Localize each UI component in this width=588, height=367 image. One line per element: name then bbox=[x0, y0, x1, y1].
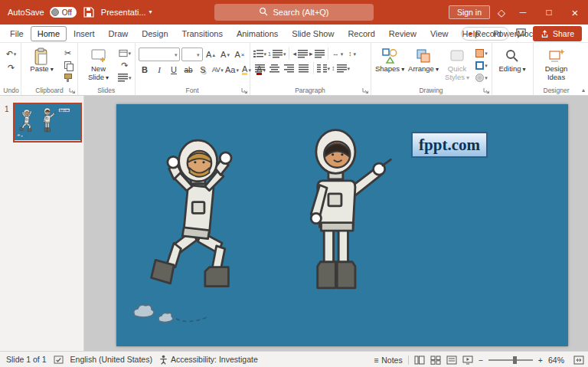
clear-formatting-button[interactable]: A× bbox=[234, 48, 247, 61]
font-group-label: Font bbox=[136, 87, 250, 94]
copy-button[interactable] bbox=[61, 60, 74, 70]
bold-button[interactable]: B bbox=[139, 64, 152, 76]
layout-button[interactable]: ▾ bbox=[118, 48, 132, 58]
search-box[interactable]: Search (Alt+Q) bbox=[214, 4, 374, 21]
menu-tab-transitions[interactable]: Transitions bbox=[175, 26, 230, 41]
minimize-button[interactable]: ─ bbox=[510, 0, 536, 25]
menu-tab-view[interactable]: View bbox=[423, 26, 456, 41]
decrease-indent-button[interactable]: ◂ bbox=[292, 48, 308, 60]
design-ideas-button[interactable]: Design Ideas bbox=[537, 45, 577, 84]
strikethrough-button[interactable]: ab bbox=[182, 64, 195, 76]
zoom-slider-thumb[interactable] bbox=[513, 356, 517, 364]
dust-clouds-image[interactable] bbox=[17, 133, 31, 137]
shape-fill-button[interactable]: ▾ bbox=[475, 48, 488, 58]
menu-tab-home[interactable]: Home bbox=[31, 26, 67, 41]
section-button[interactable]: ▾ bbox=[118, 73, 132, 84]
menu-tab-record[interactable]: Record bbox=[341, 26, 381, 41]
paste-button[interactable]: Paste▾ bbox=[24, 45, 59, 84]
astronaut-pointing-image[interactable] bbox=[286, 124, 395, 314]
shapes-button[interactable]: Shapes▾ bbox=[374, 45, 406, 84]
menu-tab-design[interactable]: Design bbox=[135, 26, 175, 41]
menu-tab-draw[interactable]: Draw bbox=[102, 26, 136, 41]
redo-button[interactable]: ↷ bbox=[5, 61, 18, 74]
search-placeholder: Search (Alt+Q) bbox=[273, 8, 328, 17]
text-shadow-button[interactable]: S bbox=[197, 64, 210, 76]
autosave-toggle[interactable]: Off bbox=[50, 7, 77, 18]
align-right-button[interactable] bbox=[283, 62, 296, 74]
shrink-font-button[interactable]: A▾ bbox=[219, 48, 232, 61]
character-spacing-button[interactable]: AV▾ bbox=[211, 64, 224, 76]
align-center-button[interactable] bbox=[268, 62, 281, 74]
cut-button[interactable]: ✂ bbox=[61, 48, 74, 58]
clipboard-dialog-launcher[interactable] bbox=[69, 87, 76, 93]
new-slide-button[interactable]: New Slide▾ bbox=[81, 45, 116, 84]
sign-in-button[interactable]: Sign in bbox=[449, 5, 490, 19]
zoom-in-button[interactable]: + bbox=[538, 356, 543, 365]
menu-bar: FileHomeInsertDrawDesignTransitionsAnima… bbox=[0, 25, 588, 43]
menu-tab-insert[interactable]: Insert bbox=[67, 26, 102, 41]
astronaut-pointing-image[interactable] bbox=[40, 107, 56, 136]
justify-button[interactable] bbox=[297, 62, 310, 74]
menu-tab-review[interactable]: Review bbox=[382, 26, 423, 41]
menu-tab-slide-show[interactable]: Slide Show bbox=[285, 26, 341, 41]
zoom-out-button[interactable]: − bbox=[479, 356, 483, 365]
shape-outline-button[interactable]: ▾ bbox=[475, 60, 488, 70]
fit-slide-button[interactable] bbox=[573, 356, 584, 365]
premium-diamond-icon[interactable]: ◇ bbox=[498, 7, 505, 18]
view-reading-button[interactable] bbox=[446, 356, 457, 365]
change-case-button[interactable]: Aa▾ bbox=[226, 64, 239, 76]
editing-icon bbox=[503, 47, 521, 65]
language-status[interactable]: English (United States) bbox=[70, 355, 152, 364]
astronaut-running-image[interactable] bbox=[19, 108, 36, 136]
font-dialog-launcher[interactable] bbox=[241, 87, 248, 93]
grow-font-button[interactable]: A▴ bbox=[204, 48, 217, 61]
close-button[interactable]: × bbox=[562, 0, 588, 25]
view-normal-button[interactable] bbox=[414, 356, 425, 365]
undo-button[interactable]: ↶▾ bbox=[5, 48, 18, 60]
arrange-button[interactable]: Arrange▾ bbox=[408, 45, 439, 84]
view-slideshow-button[interactable] bbox=[462, 356, 473, 365]
reset-button[interactable]: ↷ bbox=[118, 60, 132, 70]
text-direction-button[interactable]: ↔▾ bbox=[332, 48, 345, 60]
comments-icon[interactable] bbox=[515, 28, 527, 40]
fppt-logo[interactable]: fppt.com bbox=[58, 108, 70, 112]
drawing-dialog-launcher[interactable] bbox=[483, 87, 490, 93]
slide-1-surface[interactable]: fppt.com bbox=[116, 104, 568, 346]
notes-button[interactable]: ≡ Notes bbox=[374, 356, 403, 365]
zoom-slider[interactable] bbox=[488, 359, 533, 361]
menu-tab-file[interactable]: File bbox=[3, 26, 31, 41]
fppt-logo[interactable]: fppt.com bbox=[411, 132, 488, 158]
spell-check-icon[interactable] bbox=[54, 356, 64, 364]
line-spacing-button[interactable]: ↕▾ bbox=[332, 62, 350, 74]
record-button[interactable]: ● Record bbox=[461, 27, 509, 41]
quick-styles-button[interactable]: Quick Styles▾ bbox=[442, 45, 473, 84]
save-icon[interactable] bbox=[82, 5, 96, 19]
format-painter-button[interactable] bbox=[61, 73, 74, 84]
document-title[interactable]: Presentati... ▾ bbox=[101, 8, 152, 17]
columns-button[interactable]: ▾ bbox=[317, 62, 331, 74]
accessibility-status[interactable]: Accessibility: Investigate bbox=[159, 355, 258, 365]
view-slide-sorter-button[interactable] bbox=[430, 356, 441, 365]
font-size-combo[interactable]: ▾ bbox=[181, 48, 202, 61]
italic-button[interactable]: I bbox=[153, 64, 166, 76]
astronaut-running-image[interactable] bbox=[147, 130, 260, 314]
slide-1-surface[interactable]: fppt.com bbox=[15, 104, 82, 140]
editing-button[interactable]: Editing▾ bbox=[495, 45, 530, 84]
maximize-button[interactable]: □ bbox=[536, 0, 562, 25]
dust-clouds-image[interactable] bbox=[130, 300, 230, 326]
slide-1-thumbnail[interactable]: fppt.com bbox=[13, 103, 82, 143]
align-left-button[interactable] bbox=[253, 62, 266, 74]
zoom-level[interactable]: 64% bbox=[548, 356, 568, 365]
menu-tab-animations[interactable]: Animations bbox=[230, 26, 285, 41]
numbering-button[interactable]: 1▾ bbox=[268, 48, 286, 60]
bullets-button[interactable]: ▾ bbox=[253, 48, 267, 60]
increase-indent-button[interactable]: ▸ bbox=[309, 48, 325, 60]
font-name-combo[interactable]: ▾ bbox=[139, 48, 181, 61]
shape-effects-button[interactable]: ▾ bbox=[475, 73, 488, 84]
paragraph-dialog-launcher[interactable] bbox=[362, 87, 369, 93]
share-button[interactable]: Share bbox=[533, 26, 582, 41]
collapse-ribbon-button[interactable]: ▴ bbox=[582, 87, 585, 93]
align-text-button[interactable]: ↕▾ bbox=[346, 48, 359, 60]
layout-icon bbox=[119, 49, 128, 57]
underline-button[interactable]: U bbox=[168, 64, 181, 76]
